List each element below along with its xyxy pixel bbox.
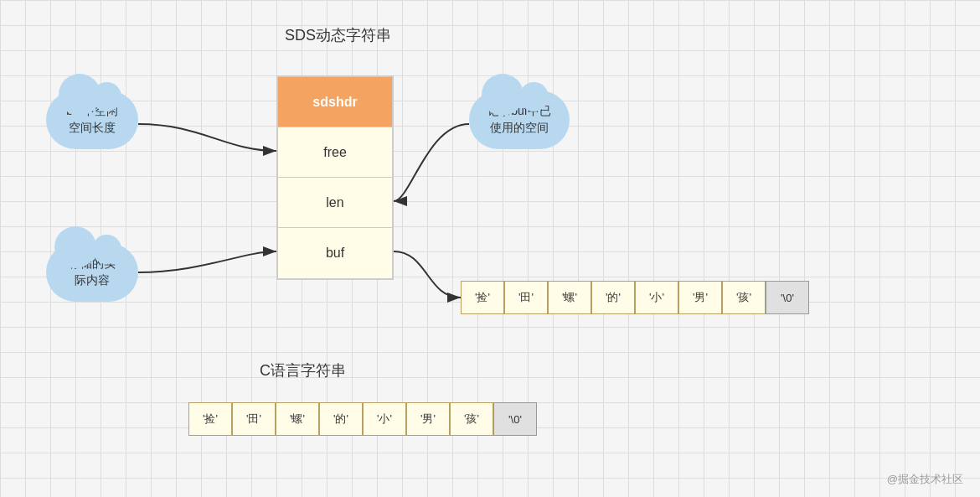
c-char-cell-luo: '螺': [276, 402, 319, 436]
cloud-storage: 存储的实际内容: [46, 243, 138, 302]
char-cell-nan: '男': [678, 281, 722, 314]
sds-row-sdshdr: sdshdr: [278, 77, 392, 127]
char-cell-tian: '田': [504, 281, 548, 314]
c-char-cell-nan: '男': [406, 402, 450, 436]
title-sds: SDS动态字符串: [285, 25, 391, 45]
title-c: C语言字符串: [260, 360, 346, 381]
char-cell-null-sds: '\0': [766, 281, 809, 314]
diagram-content: SDS动态字符串 C语言字符串 buf中空闲空间长度 记录buf中已使用的空间 …: [0, 0, 980, 497]
char-cell-xiao: '小': [635, 281, 678, 314]
sds-row-free: free: [278, 127, 392, 178]
c-char-cell-tian: '田': [232, 402, 276, 436]
sds-char-row: '捡' '田' '螺' '的' '小' '男' '孩' '\0': [461, 281, 809, 314]
cloud-buf-free: buf中空闲空间长度: [46, 91, 138, 149]
char-cell-luo: '螺': [548, 281, 591, 314]
c-char-cell-jian: '捡': [188, 402, 232, 436]
c-char-cell-de: '的': [319, 402, 363, 436]
char-cell-hai: '孩': [722, 281, 766, 314]
c-char-cell-null: '\0': [493, 402, 537, 436]
cloud-record: 记录buf中已使用的空间: [469, 91, 570, 149]
sds-row-buf: buf: [278, 228, 392, 278]
sds-row-len: len: [278, 178, 392, 228]
char-cell-de: '的': [591, 281, 635, 314]
watermark: @掘金技术社区: [887, 472, 963, 487]
c-char-cell-hai: '孩': [450, 402, 493, 436]
sds-structure-box: sdshdr free len buf: [276, 75, 394, 280]
char-cell-jian: '捡': [461, 281, 504, 314]
c-char-cell-xiao: '小': [363, 402, 406, 436]
c-char-row: '捡' '田' '螺' '的' '小' '男' '孩' '\0': [188, 402, 537, 436]
